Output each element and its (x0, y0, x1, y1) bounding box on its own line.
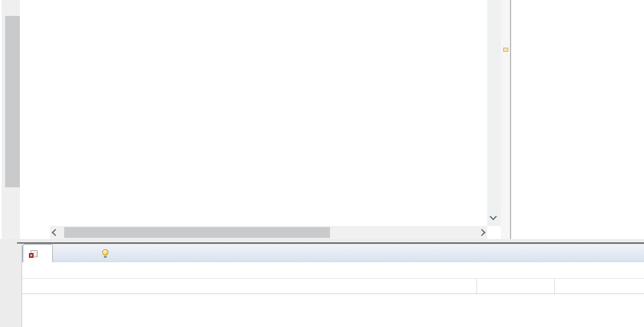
lightbulb-icon (102, 249, 108, 258)
tab-advice[interactable] (97, 244, 118, 263)
problems-icon: ✕ (29, 250, 37, 258)
left-view-scrollbar-thumb[interactable] (5, 16, 20, 187)
column-divider[interactable] (476, 279, 477, 295)
chevron-down-icon[interactable] (490, 213, 497, 220)
problems-table-header (22, 278, 644, 294)
chevron-right-icon[interactable] (478, 229, 486, 236)
code-editor[interactable] (22, 0, 487, 226)
problems-summary (22, 262, 644, 278)
chevron-left-icon[interactable] (52, 229, 59, 236)
left-view-scrollbar[interactable] (2, 0, 20, 239)
tab-problems[interactable]: ✕ (23, 244, 53, 263)
editor-horizontal-scrollbar[interactable] (50, 226, 487, 239)
target-configuration-hint-panel (511, 0, 644, 239)
ide-window: ✕ (0, 0, 644, 327)
problems-panel: ✕ (22, 244, 644, 327)
view-tabbar: ✕ (22, 244, 644, 262)
column-divider[interactable] (554, 279, 555, 295)
horizontal-scrollbar-thumb[interactable] (64, 227, 330, 238)
occurrence-marker-icon[interactable] (503, 48, 508, 52)
editor-vertical-scrollbar[interactable] (487, 0, 501, 226)
overview-ruler[interactable] (501, 0, 511, 239)
